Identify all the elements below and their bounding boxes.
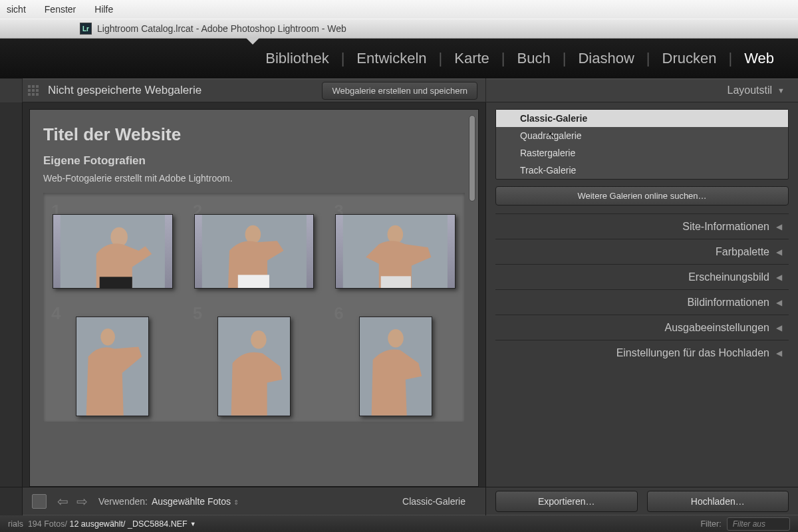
section-output-settings[interactable]: Ausgabeeinstellungen◀ <box>495 315 789 340</box>
thumbnail-cell[interactable]: 4 <box>50 305 176 422</box>
menu-help[interactable]: Hilfe <box>94 4 113 15</box>
svg-point-19 <box>101 329 116 346</box>
svg-rect-2 <box>36 85 39 88</box>
section-label: Erscheinungsbild <box>688 271 769 283</box>
layout-style-classic[interactable]: Classic-Galerie <box>496 110 788 127</box>
thumbnail-cell[interactable]: 2 <box>192 202 317 294</box>
site-title[interactable]: Titel der Website <box>43 124 465 145</box>
layout-style-grid[interactable]: Rastergalerie <box>496 144 788 162</box>
section-image-info[interactable]: Bildinformationen◀ <box>495 289 789 315</box>
status-filename[interactable]: _DSC5884.NEF <box>128 519 188 529</box>
collection-description[interactable]: Web-Fotogalerie erstellt mit Adobe Light… <box>43 173 465 184</box>
window-title: Lightroom Catalog.lrcat - Adobe Photosho… <box>97 23 346 34</box>
chevron-left-icon: ◀ <box>776 298 782 307</box>
section-upload-settings[interactable]: Einstellungen für das Hochladen◀ <box>495 340 789 365</box>
secondary-toolbar: Nicht gespeicherte Webgalerie Webgalerie… <box>0 78 798 102</box>
layout-style-label: Layoutstil <box>728 84 773 96</box>
preview-scrollbar[interactable] <box>469 115 475 201</box>
gallery-status-title: Nicht gespeicherte Webgalerie <box>44 84 201 97</box>
photo-thumbnail[interactable] <box>76 317 149 416</box>
section-label: Site-Informationen <box>682 221 769 233</box>
chevron-down-icon: ▼ <box>777 86 785 94</box>
svg-rect-8 <box>36 93 39 96</box>
section-appearance[interactable]: Erscheinungsbild◀ <box>495 264 789 289</box>
thumbnail-cell[interactable]: 6 <box>332 305 458 422</box>
section-label: Bildinformationen <box>687 297 769 309</box>
photo-thumbnail[interactable] <box>335 214 456 289</box>
menu-window[interactable]: Fenster <box>45 4 76 15</box>
use-dropdown[interactable]: Ausgewählte Fotos ⇕ <box>152 496 239 507</box>
app-icon: Lr <box>80 23 92 35</box>
svg-rect-6 <box>28 93 31 96</box>
layout-style-square[interactable]: Quadratgalerie <box>496 127 788 144</box>
panel-collapse-triangle-icon[interactable] <box>246 38 259 45</box>
find-more-galleries-button[interactable]: Weitere Galerien online suchen… <box>495 186 789 205</box>
module-picker: Bibliothek| Entwickeln| Karte| Buch| Dia… <box>0 39 798 78</box>
thumbnail-grid: 1 2 3 4 5 6 <box>43 193 465 422</box>
svg-rect-4 <box>32 89 35 92</box>
section-color-palette[interactable]: Farbpalette◀ <box>495 239 789 264</box>
svg-point-13 <box>245 225 261 244</box>
svg-rect-1 <box>32 85 35 88</box>
window-title-bar: Lr Lightroom Catalog.lrcat - Adobe Photo… <box>0 19 798 39</box>
export-button[interactable]: Exportieren… <box>495 491 638 512</box>
section-label: Einstellungen für das Hochladen <box>616 347 769 359</box>
collection-title[interactable]: Eigene Fotografien <box>43 154 465 168</box>
left-panel-collapsed[interactable] <box>0 102 23 487</box>
module-web[interactable]: Web <box>732 50 786 67</box>
thumbnail-cell[interactable]: 1 <box>50 202 176 294</box>
status-bar: rials 194 Fotos/ 12 ausgewählt/ _DSC5884… <box>0 515 798 532</box>
upload-button[interactable]: Hochladen… <box>647 491 789 512</box>
module-map[interactable]: Karte <box>442 50 501 67</box>
module-book[interactable]: Buch <box>505 50 563 67</box>
status-selected-count: 12 ausgewählt/ <box>69 519 125 529</box>
cell-number: 6 <box>334 303 343 324</box>
layout-style-header[interactable]: Layoutstil ▼ <box>485 78 798 102</box>
status-folder: rials <box>8 519 23 529</box>
section-site-info[interactable]: Site-Informationen◀ <box>495 213 789 239</box>
svg-rect-7 <box>32 93 35 96</box>
photo-thumbnail[interactable] <box>194 214 315 289</box>
svg-rect-5 <box>36 89 39 92</box>
photo-thumbnail[interactable] <box>217 317 291 416</box>
module-print[interactable]: Drucken <box>650 50 729 67</box>
grid-icon[interactable] <box>23 78 44 102</box>
svg-rect-0 <box>28 85 31 88</box>
section-label: Ausgabeeinstellungen <box>665 322 769 334</box>
create-save-gallery-button[interactable]: Webgalerie erstellen und speichern <box>322 82 477 100</box>
filter-dropdown[interactable]: Filter aus <box>727 517 790 531</box>
chevron-left-icon: ◀ <box>776 222 782 231</box>
left-panel-edge-bottom[interactable] <box>0 487 23 515</box>
left-panel-edge[interactable] <box>0 78 23 102</box>
cell-number: 5 <box>193 303 202 324</box>
right-panel: Classic-Galerie Quadratgalerie Rastergal… <box>485 102 798 487</box>
layout-style-list: Classic-Galerie Quadratgalerie Rastergal… <box>495 109 789 180</box>
thumbnail-cell[interactable]: 3 <box>332 202 458 294</box>
layout-style-track[interactable]: Track-Galerie <box>496 162 788 179</box>
module-library[interactable]: Bibliothek <box>253 50 340 67</box>
chevron-left-icon: ◀ <box>776 323 782 332</box>
svg-point-16 <box>388 225 404 244</box>
prev-arrow-icon[interactable]: ⇦ <box>53 493 72 509</box>
bottom-toolbar: ⇦ ⇨ Verwenden: Ausgewählte Fotos ⇕ Class… <box>0 487 798 515</box>
current-style-name: Classic-Galerie <box>402 496 485 507</box>
status-photo-count: 194 Fotos/ <box>28 519 67 529</box>
menu-view[interactable]: sicht <box>7 4 26 15</box>
updown-icon: ⇕ <box>233 499 239 506</box>
photo-thumbnail[interactable] <box>53 214 173 289</box>
svg-rect-11 <box>100 277 132 288</box>
module-develop[interactable]: Entwickeln <box>344 50 438 67</box>
os-menu-bar: sicht Fenster Hilfe <box>0 0 798 19</box>
svg-rect-14 <box>237 275 269 288</box>
next-arrow-icon[interactable]: ⇨ <box>72 493 92 509</box>
selection-indicator[interactable] <box>32 494 47 509</box>
chevron-down-icon: ▼ <box>190 521 196 527</box>
module-slideshow[interactable]: Diashow <box>566 50 646 67</box>
svg-rect-3 <box>28 89 31 92</box>
photo-thumbnail[interactable] <box>359 317 432 416</box>
svg-point-21 <box>251 331 267 348</box>
cell-number: 4 <box>51 303 61 324</box>
thumbnail-cell[interactable]: 5 <box>192 305 317 422</box>
chevron-left-icon: ◀ <box>776 247 782 257</box>
chevron-left-icon: ◀ <box>776 273 782 282</box>
